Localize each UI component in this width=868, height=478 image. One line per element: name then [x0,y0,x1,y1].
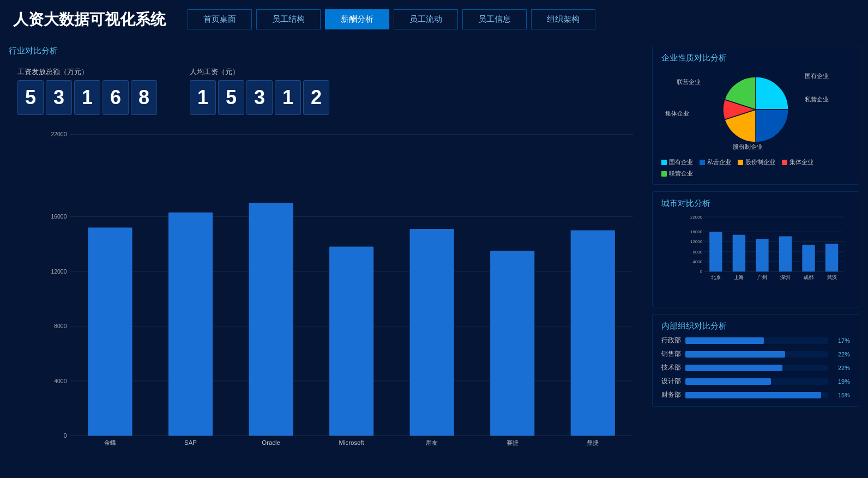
pie-label: 私营企业 [805,95,829,104]
pie-label: 联营企业 [677,78,701,86]
dept-name: 技术部 [661,363,681,372]
svg-text:4000: 4000 [54,378,67,384]
digit-box: 2 [303,80,329,115]
legend-label: 集体企业 [789,158,813,166]
city-section: 城市对比分析 040008000120001600022000北京上海广州深圳成… [652,191,859,307]
legend-dot [700,160,705,165]
svg-rect-18 [329,247,373,436]
svg-text:深圳: 深圳 [780,275,790,280]
svg-text:鼎捷: 鼎捷 [587,440,599,446]
svg-rect-16 [249,203,293,435]
dept-bar-fill [685,378,771,385]
dept-bar-fill [685,337,764,344]
dept-list: 行政部 17% 销售部 22% 技术部 22% 设计部 19% 财务部 15% [661,336,850,400]
legend-row: 国有企业私营企业股份制企业集体企业联营企业 [661,158,850,178]
dept-row: 财务部 15% [661,390,850,400]
legend-label: 国有企业 [669,158,693,166]
dept-row: 技术部 22% [661,363,850,372]
svg-text:成都: 成都 [804,275,813,280]
dept-pct: 17% [833,337,850,344]
svg-text:上海: 上海 [734,275,744,280]
dept-bar-bg [685,351,828,358]
svg-text:16000: 16000 [51,214,67,220]
salary-total-display: 53168 [17,80,157,115]
digit-box: 5 [17,80,44,115]
svg-text:赛捷: 赛捷 [507,440,519,446]
nav-info[interactable]: 员工信息 [462,9,527,29]
svg-text:广州: 广州 [757,275,767,280]
svg-text:4000: 4000 [692,259,702,264]
pie-label: 国有企业 [805,72,829,80]
dept-name: 设计部 [661,377,681,386]
pie-label: 集体企业 [665,110,689,118]
avg-salary-display: 15312 [190,80,329,115]
svg-text:8000: 8000 [54,323,67,329]
dept-bar-fill [685,351,785,358]
legend-item: 联营企业 [661,170,693,178]
industry-bar-chart: 040008000120001600022000金蝶SAPOracleMicro… [9,124,643,478]
svg-text:0: 0 [64,433,67,439]
dept-pct: 22% [833,365,850,371]
svg-rect-20 [410,229,454,436]
pie-container: 国有企业私营企业联营企业集体企业股份制企业 [661,68,850,155]
legend-item: 私营企业 [700,158,731,166]
nav-flow[interactable]: 员工流动 [394,9,458,29]
salary-total-label: 工资发放总额（万元） [17,67,157,77]
svg-text:Microsoft: Microsoft [339,440,365,446]
svg-rect-14 [168,213,213,436]
main-nav: 首页桌面 员工结构 薪酬分析 员工流动 员工信息 组织架构 [188,9,595,29]
svg-rect-42 [756,239,768,271]
legend-item: 股份制企业 [738,158,775,166]
pie-svg [712,70,799,152]
dept-name: 行政部 [661,336,681,345]
dept-title: 内部组织对比分析 [661,321,850,331]
stats-row: 工资发放总额（万元） 53168 人均工资（元） 15312 [9,67,643,115]
nav-org[interactable]: 组织架构 [531,9,595,29]
legend-label: 私营企业 [707,158,731,166]
digit-box: 6 [103,80,129,115]
dept-pct: 19% [833,378,850,385]
dept-row: 销售部 22% [661,349,850,359]
dept-row: 行政部 17% [661,336,850,345]
city-chart-container: 040008000120001600022000北京上海广州深圳成都武汉 [661,213,850,300]
city-title: 城市对比分析 [661,198,850,209]
enterprise-title: 企业性质对比分析 [661,53,850,63]
enterprise-section: 企业性质对比分析 国有企业私营企业联营企业集体企业股份制企业 国有企业私营企业股… [652,46,859,185]
svg-rect-24 [571,230,615,435]
svg-rect-48 [825,244,838,271]
legend-item: 国有企业 [661,158,693,166]
dept-name: 销售部 [661,349,681,359]
digit-box: 3 [46,80,72,115]
dept-bar-bg [685,365,828,371]
main-content: 行业对比分析 工资发放总额（万元） 53168 人均工资（元） 15312 04… [0,39,868,478]
legend-label: 股份制企业 [745,158,775,166]
nav-home[interactable]: 首页桌面 [188,9,252,29]
svg-text:16000: 16000 [690,229,703,234]
digit-box: 8 [131,80,157,115]
nav-structure[interactable]: 员工结构 [256,9,321,29]
industry-bar-svg: 040008000120001600022000金蝶SAPOracleMicro… [41,128,643,460]
legend-dot [782,160,787,165]
dept-name: 财务部 [661,390,681,400]
svg-text:北京: 北京 [711,275,721,280]
dept-bar-bg [685,392,828,398]
svg-text:SAP: SAP [184,440,197,446]
svg-rect-46 [802,245,815,271]
svg-text:武汉: 武汉 [827,275,837,280]
digit-box: 3 [246,80,273,115]
city-bar-svg: 040008000120001600022000北京上海广州深圳成都武汉 [683,213,850,285]
salary-total-block: 工资发放总额（万元） 53168 [17,67,157,115]
dept-pct: 22% [833,351,850,358]
dept-row: 设计部 19% [661,377,850,386]
nav-salary[interactable]: 薪酬分析 [325,9,389,29]
legend-label: 联营企业 [669,170,693,178]
avg-salary-block: 人均工资（元） 15312 [190,67,329,115]
dept-bar-fill [685,392,821,398]
digit-box: 1 [190,80,216,115]
dept-bar-bg [685,337,828,344]
svg-text:22000: 22000 [51,131,67,137]
right-panel: 企业性质对比分析 国有企业私营企业联营企业集体企业股份制企业 国有企业私营企业股… [652,46,859,471]
digit-box: 5 [218,80,244,115]
svg-rect-40 [733,235,745,271]
svg-text:金蝶: 金蝶 [104,440,116,446]
